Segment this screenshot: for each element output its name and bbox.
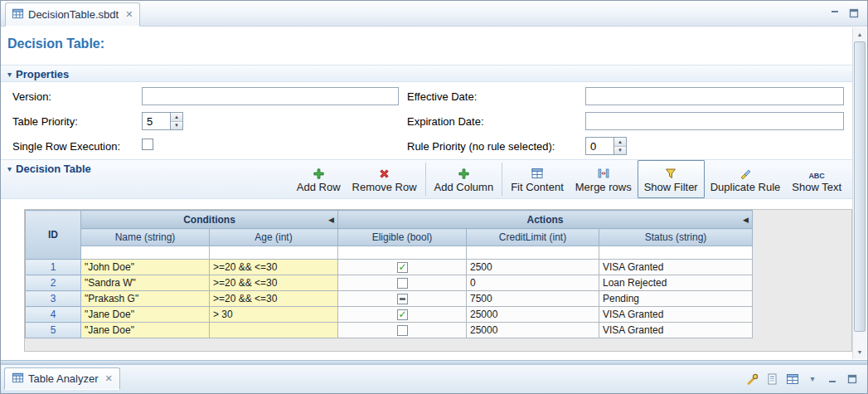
- collapse-triangle-icon[interactable]: ▾: [7, 164, 12, 173]
- single-row-execution-checkbox[interactable]: [142, 139, 153, 150]
- cell-creditlimit[interactable]: 25000: [467, 323, 599, 338]
- cell-creditlimit[interactable]: 25000: [467, 307, 599, 323]
- tab-decisiontable[interactable]: DecisionTable.sbdt ✕: [5, 2, 140, 27]
- show-filter-button[interactable]: Show Filter: [638, 160, 705, 198]
- eligible-checkbox[interactable]: [397, 325, 408, 336]
- rule-priority-stepper[interactable]: 0 ▲ ▼: [585, 137, 627, 155]
- maximize-editor-icon[interactable]: [847, 7, 861, 20]
- cell-eligible[interactable]: [338, 323, 467, 338]
- column-header-creditlimit[interactable]: CreditLimit (int): [467, 229, 599, 246]
- spin-up-icon[interactable]: ▲: [614, 138, 626, 147]
- actions-group-header[interactable]: Actions ◀: [338, 211, 753, 229]
- filter-cell-age[interactable]: [210, 246, 338, 260]
- eligible-checkbox[interactable]: [397, 262, 408, 273]
- row-id[interactable]: 4: [26, 307, 81, 323]
- cell-name[interactable]: "Jane Doe": [81, 323, 210, 338]
- cell-age[interactable]: >=20 && <=30: [210, 275, 338, 291]
- cell-status[interactable]: VISA Granted: [599, 323, 753, 338]
- eligible-checkbox[interactable]: [397, 278, 408, 289]
- cell-eligible[interactable]: [338, 307, 467, 323]
- effective-date-input[interactable]: [585, 87, 844, 105]
- column-header-age[interactable]: Age (int): [210, 229, 338, 246]
- cell-status[interactable]: Pending: [599, 291, 753, 307]
- table-row[interactable]: 1 "John Doe" >=20 && <=30 2500 VISA Gran…: [26, 260, 753, 275]
- decision-table-file-icon: [12, 7, 24, 22]
- cell-eligible[interactable]: [338, 275, 467, 291]
- filter-cell-name[interactable]: [81, 246, 210, 260]
- scroll-up-icon[interactable]: ▲: [853, 28, 866, 41]
- fit-content-button[interactable]: Fit Content: [505, 160, 570, 198]
- row-id[interactable]: 3: [26, 291, 81, 307]
- cell-creditlimit[interactable]: 2500: [467, 260, 599, 275]
- expiration-date-input[interactable]: [585, 112, 844, 130]
- tab-close-icon[interactable]: ✕: [125, 9, 133, 20]
- filter-cell-status[interactable]: [599, 246, 753, 260]
- collapse-conditions-icon[interactable]: ◀: [328, 216, 334, 224]
- cell-name[interactable]: "Jane Doe": [81, 307, 210, 323]
- cell-name[interactable]: "Sandra W": [81, 275, 210, 291]
- show-text-button[interactable]: ABC Show Text: [786, 160, 847, 198]
- tab-close-icon[interactable]: ✕: [105, 373, 113, 384]
- table-priority-value[interactable]: 5: [142, 112, 170, 130]
- merge-rows-button[interactable]: Merge rows: [570, 160, 638, 198]
- filter-cell-creditlimit[interactable]: [467, 246, 599, 260]
- show-text-label: Show Text: [792, 181, 841, 193]
- table-row[interactable]: 5 "Jane Doe" 25000 VISA Granted: [26, 323, 753, 338]
- row-id[interactable]: 2: [26, 275, 81, 291]
- vertical-scrollbar[interactable]: ▲ ▼: [852, 27, 866, 359]
- table-priority-stepper[interactable]: 5 ▲ ▼: [142, 112, 183, 130]
- table-view-icon[interactable]: [786, 372, 799, 386]
- cell-name[interactable]: "Prakash G": [81, 291, 210, 307]
- cell-age[interactable]: > 30: [210, 307, 338, 323]
- column-header-name[interactable]: Name (string): [81, 229, 210, 246]
- maximize-icon[interactable]: [846, 372, 859, 386]
- scroll-down-icon[interactable]: ▼: [853, 346, 866, 358]
- cell-age[interactable]: >=20 && <=30: [210, 260, 338, 275]
- rule-priority-value[interactable]: 0: [585, 137, 613, 155]
- cell-status[interactable]: VISA Granted: [599, 260, 753, 275]
- add-row-button[interactable]: Add Row: [291, 160, 347, 198]
- filter-cell-eligible[interactable]: [338, 246, 467, 260]
- cell-age[interactable]: >=20 && <=30: [210, 291, 338, 307]
- add-column-label: Add Column: [434, 181, 494, 193]
- minimize-icon[interactable]: [826, 372, 839, 386]
- cell-creditlimit[interactable]: 7500: [467, 291, 599, 307]
- table-row[interactable]: 2 "Sandra W" >=20 && <=30 0 Loan Rejecte…: [26, 275, 753, 291]
- collapse-actions-icon[interactable]: ◀: [743, 216, 749, 224]
- remove-row-button[interactable]: Remove Row: [347, 160, 423, 198]
- cell-status[interactable]: VISA Granted: [599, 307, 753, 323]
- cell-eligible[interactable]: [338, 291, 467, 307]
- cell-age[interactable]: [210, 323, 338, 338]
- spin-up-icon[interactable]: ▲: [171, 113, 182, 122]
- add-column-button[interactable]: Add Column: [429, 160, 500, 198]
- abc-icon: ABC: [808, 166, 825, 180]
- row-id[interactable]: 5: [26, 323, 81, 338]
- spin-down-icon[interactable]: ▼: [614, 147, 626, 155]
- spin-down-icon[interactable]: ▼: [171, 122, 182, 130]
- table-row[interactable]: 4 "Jane Doe" > 30 25000 VISA Granted: [26, 307, 753, 323]
- cell-status[interactable]: Loan Rejected: [599, 275, 753, 291]
- eligible-checkbox[interactable]: [397, 294, 408, 304]
- eligible-checkbox[interactable]: [397, 309, 408, 320]
- minimize-editor-icon[interactable]: [828, 7, 841, 20]
- cell-name[interactable]: "John Doe": [81, 260, 210, 275]
- column-header-eligible[interactable]: Eligible (bool): [338, 229, 467, 246]
- column-header-status[interactable]: Status (string): [599, 229, 753, 246]
- cell-creditlimit[interactable]: 0: [467, 275, 599, 291]
- report-icon[interactable]: [766, 372, 779, 386]
- tab-table-analyzer[interactable]: Table Analyzer ✕: [4, 367, 120, 390]
- collapse-triangle-icon[interactable]: ▾: [7, 70, 12, 79]
- row-id[interactable]: 1: [26, 260, 81, 275]
- duplicate-rule-button[interactable]: Duplicate Rule: [705, 160, 787, 198]
- duplicate-rule-icon: [739, 166, 752, 180]
- wrench-icon[interactable]: [746, 372, 759, 386]
- scrollbar-thumb[interactable]: [854, 41, 866, 332]
- id-column-header[interactable]: ID: [26, 211, 81, 260]
- version-input[interactable]: [142, 87, 399, 105]
- cell-eligible[interactable]: [338, 260, 467, 275]
- conditions-group-header[interactable]: Conditions ◀: [81, 211, 338, 229]
- add-icon: [458, 166, 470, 180]
- table-row[interactable]: 3 "Prakash G" >=20 && <=30 7500 Pending: [26, 291, 753, 307]
- chevron-down-icon[interactable]: ▾: [806, 372, 819, 386]
- properties-section-header[interactable]: ▾ Properties: [1, 65, 852, 82]
